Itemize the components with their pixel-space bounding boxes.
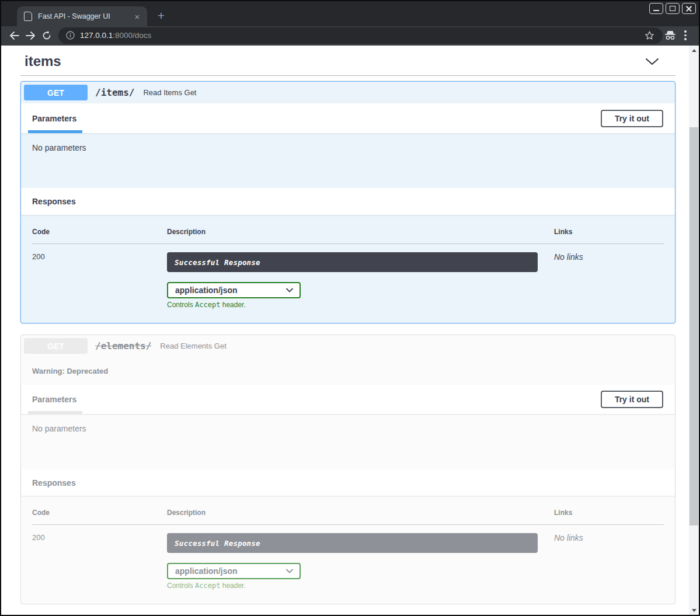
url-host: 127.0.0.1 (80, 31, 113, 40)
minimize-button[interactable] (649, 3, 663, 14)
incognito-icon (664, 30, 676, 40)
no-parameters-text: No parameters (32, 424, 86, 433)
operation-summary[interactable]: GET /elements/ Read Elements Get (21, 335, 675, 357)
links-column-header: Links (554, 509, 664, 517)
select-chevron-icon (286, 569, 293, 573)
swagger-page: items GET /items/ Read Items Get Paramet… (1, 46, 699, 615)
kebab-menu-icon (684, 30, 687, 40)
forward-arrow-icon (26, 32, 36, 40)
code-column-header: Code (32, 228, 167, 236)
scroll-up-button[interactable] (689, 46, 699, 55)
no-parameters-text: No parameters (32, 143, 86, 152)
back-button[interactable] (6, 27, 22, 44)
try-it-out-button[interactable]: Try it out (601, 391, 663, 408)
url-path: :8000/docs (113, 31, 151, 40)
endpoint-summary: Read Elements Get (160, 342, 226, 350)
response-description-block: Successful Response (167, 252, 538, 272)
browser-menu-button[interactable] (678, 28, 693, 43)
window-controls (649, 3, 696, 14)
operation-summary[interactable]: GET /items/ Read Items Get (21, 82, 675, 103)
star-icon (645, 30, 654, 40)
incognito-button[interactable] (663, 28, 678, 43)
response-row-200: 200 Successful Response application/json… (32, 525, 664, 590)
opblock-get-items: GET /items/ Read Items Get Parameters Tr… (20, 81, 675, 323)
scrollbar-thumb[interactable] (689, 127, 698, 525)
plus-icon: + (158, 9, 165, 23)
method-badge: GET (24, 338, 88, 354)
tag-title: items (25, 53, 61, 69)
tab-title: Fast API - Swagger UI (38, 12, 132, 20)
code-column-header: Code (32, 509, 167, 517)
endpoint-summary: Read Items Get (143, 88, 196, 97)
browser-toolbar: 127.0.0.1:8000/docs (1, 26, 699, 46)
responses-table-head: Code Description Links (32, 509, 664, 525)
method-badge: GET (24, 85, 88, 100)
triangle-down-icon (692, 609, 696, 612)
back-arrow-icon (9, 32, 19, 40)
bookmark-button[interactable] (642, 28, 657, 43)
browser-window: Fast API - Swagger UI × + 127.0.0.1:8000… (0, 0, 700, 616)
description-column-header: Description (167, 228, 554, 236)
response-description-block: Successful Response (167, 533, 538, 553)
media-type-value: application/json (175, 286, 238, 295)
accept-header-note: Controls Accept header. (167, 301, 554, 309)
deprecation-warning: Warning: Deprecated (21, 357, 675, 385)
tab-parameters[interactable]: Parameters (32, 385, 76, 414)
responses-header: Responses (21, 188, 675, 215)
select-chevron-icon (286, 288, 293, 293)
maximize-button[interactable] (666, 3, 680, 14)
tab-parameters[interactable]: Parameters (32, 103, 76, 133)
site-info-icon (66, 31, 75, 40)
parameters-header: Parameters Try it out (21, 385, 675, 414)
accept-header-note: Controls Accept header. (167, 582, 554, 590)
response-code: 200 (32, 533, 167, 590)
tab-strip: Fast API - Swagger UI × + (1, 1, 699, 26)
responses-table-head: Code Description Links (32, 228, 664, 244)
try-it-out-button[interactable]: Try it out (601, 110, 663, 127)
forward-button[interactable] (22, 27, 39, 44)
page-content: items GET /items/ Read Items Get Paramet… (1, 46, 689, 615)
endpoint-path: /items/ (95, 87, 134, 98)
responses-body: Code Description Links 200 Successful Re… (21, 496, 675, 604)
close-icon: × (135, 12, 140, 22)
opblock-get-elements-deprecated: GET /elements/ Read Elements Get Warning… (20, 335, 675, 604)
links-cell: No links (554, 533, 664, 590)
description-column-header: Description (167, 509, 554, 517)
parameters-body: No parameters (21, 414, 675, 469)
response-code: 200 (32, 252, 167, 309)
response-description-cell: Successful Response application/json Con… (167, 252, 554, 309)
parameters-body: No parameters (21, 133, 675, 188)
maximize-icon (670, 6, 675, 11)
responses-body: Code Description Links 200 Successful Re… (21, 215, 675, 323)
media-type-value: application/json (175, 566, 238, 576)
tag-section-items[interactable]: items (20, 47, 675, 76)
responses-header: Responses (21, 469, 675, 496)
media-type-select[interactable]: application/json (167, 563, 301, 579)
endpoint-path: /elements/ (95, 340, 151, 351)
close-icon (686, 6, 692, 12)
response-row-200: 200 Successful Response application/json… (32, 244, 664, 309)
triangle-up-icon (692, 49, 696, 52)
scroll-down-button[interactable] (689, 605, 699, 615)
reload-icon (42, 31, 51, 40)
reload-button[interactable] (39, 27, 55, 44)
links-column-header: Links (554, 228, 664, 236)
chevron-down-icon[interactable] (645, 58, 659, 65)
url-text: 127.0.0.1:8000/docs (80, 31, 151, 40)
browser-tab[interactable]: Fast API - Swagger UI × (17, 6, 147, 26)
document-icon (24, 12, 32, 21)
tab-close-button[interactable]: × (132, 11, 142, 22)
new-tab-button[interactable]: + (153, 8, 169, 24)
links-cell: No links (554, 252, 664, 309)
parameters-header: Parameters Try it out (21, 103, 675, 133)
minimize-icon (653, 10, 659, 11)
responses-title: Responses (32, 197, 76, 206)
page-scrollbar[interactable] (689, 46, 699, 615)
window-close-button[interactable] (682, 3, 696, 14)
address-bar[interactable]: 127.0.0.1:8000/docs (58, 27, 663, 44)
media-type-select[interactable]: application/json (167, 282, 301, 298)
response-description-cell: Successful Response application/json Con… (167, 533, 554, 590)
responses-title: Responses (32, 478, 76, 488)
